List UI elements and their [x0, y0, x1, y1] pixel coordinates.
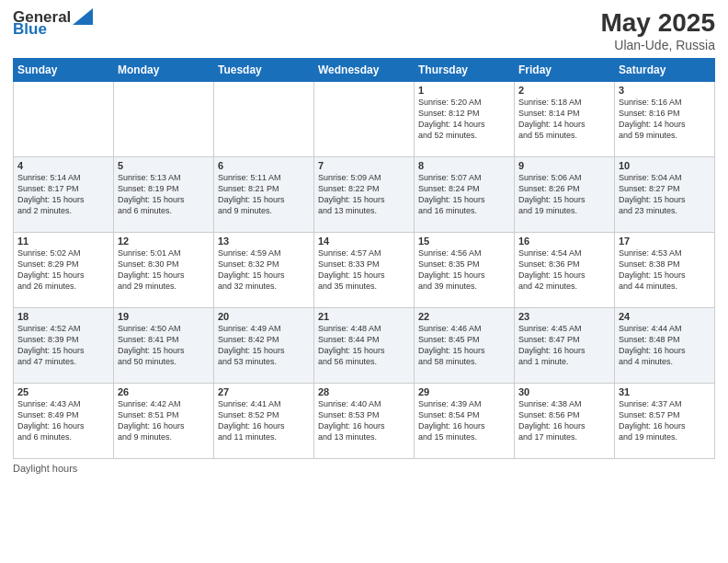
table-row	[14, 81, 114, 156]
table-row: 14Sunrise: 4:57 AM Sunset: 8:33 PM Dayli…	[314, 232, 415, 307]
title-block: May 2025 Ulan-Ude, Russia	[600, 9, 715, 52]
day-number: 6	[218, 160, 310, 171]
footer-label: Daylight hours	[13, 463, 77, 474]
table-row: 22Sunrise: 4:46 AM Sunset: 8:45 PM Dayli…	[415, 307, 515, 383]
table-row: 7Sunrise: 5:09 AM Sunset: 8:22 PM Daylig…	[314, 156, 415, 232]
day-number: 25	[17, 386, 109, 397]
day-number: 3	[619, 85, 711, 96]
table-row: 28Sunrise: 4:40 AM Sunset: 8:53 PM Dayli…	[314, 383, 415, 458]
table-row: 15Sunrise: 4:56 AM Sunset: 8:35 PM Dayli…	[415, 232, 515, 307]
day-info: Sunrise: 4:45 AM Sunset: 8:47 PM Dayligh…	[518, 323, 610, 368]
day-number: 2	[518, 85, 610, 96]
day-info: Sunrise: 5:16 AM Sunset: 8:16 PM Dayligh…	[619, 97, 711, 142]
table-row: 16Sunrise: 4:54 AM Sunset: 8:36 PM Dayli…	[515, 232, 615, 307]
day-number: 4	[17, 160, 109, 171]
table-row: 20Sunrise: 4:49 AM Sunset: 8:42 PM Dayli…	[214, 307, 314, 383]
day-info: Sunrise: 5:07 AM Sunset: 8:24 PM Dayligh…	[418, 172, 510, 217]
table-row	[114, 81, 214, 156]
table-row: 26Sunrise: 4:42 AM Sunset: 8:51 PM Dayli…	[114, 383, 214, 458]
calendar-table: Sunday Monday Tuesday Wednesday Thursday…	[13, 58, 715, 459]
day-number: 24	[619, 311, 711, 322]
day-number: 12	[118, 236, 210, 247]
table-row: 2Sunrise: 5:18 AM Sunset: 8:14 PM Daylig…	[515, 81, 615, 156]
day-info: Sunrise: 4:54 AM Sunset: 8:36 PM Dayligh…	[518, 247, 610, 293]
table-row: 24Sunrise: 4:44 AM Sunset: 8:48 PM Dayli…	[615, 307, 715, 383]
table-row: 13Sunrise: 4:59 AM Sunset: 8:32 PM Dayli…	[214, 232, 314, 307]
day-info: Sunrise: 4:44 AM Sunset: 8:48 PM Dayligh…	[619, 323, 711, 368]
day-number: 31	[619, 386, 711, 397]
day-info: Sunrise: 5:13 AM Sunset: 8:19 PM Dayligh…	[118, 172, 210, 217]
footer: Daylight hours	[13, 463, 715, 474]
day-number: 10	[619, 160, 711, 171]
calendar-header-row: Sunday Monday Tuesday Wednesday Thursday…	[14, 58, 715, 81]
day-info: Sunrise: 4:41 AM Sunset: 8:52 PM Dayligh…	[218, 398, 310, 443]
day-info: Sunrise: 5:14 AM Sunset: 8:17 PM Dayligh…	[17, 172, 109, 217]
day-info: Sunrise: 4:52 AM Sunset: 8:39 PM Dayligh…	[17, 323, 109, 368]
calendar-week-1: 1Sunrise: 5:20 AM Sunset: 8:12 PM Daylig…	[14, 81, 715, 156]
day-number: 15	[418, 236, 510, 247]
day-number: 26	[118, 386, 210, 397]
day-number: 17	[619, 236, 711, 247]
table-row: 1Sunrise: 5:20 AM Sunset: 8:12 PM Daylig…	[415, 81, 515, 156]
day-number: 8	[418, 160, 510, 171]
day-info: Sunrise: 4:50 AM Sunset: 8:41 PM Dayligh…	[118, 323, 210, 368]
calendar-week-5: 25Sunrise: 4:43 AM Sunset: 8:49 PM Dayli…	[14, 383, 715, 458]
day-number: 23	[518, 311, 610, 322]
calendar-week-3: 11Sunrise: 5:02 AM Sunset: 8:29 PM Dayli…	[14, 232, 715, 307]
table-row: 17Sunrise: 4:53 AM Sunset: 8:38 PM Dayli…	[615, 232, 715, 307]
table-row: 3Sunrise: 5:16 AM Sunset: 8:16 PM Daylig…	[615, 81, 715, 156]
day-number: 30	[518, 386, 610, 397]
day-number: 21	[318, 311, 410, 322]
day-info: Sunrise: 4:37 AM Sunset: 8:57 PM Dayligh…	[619, 398, 711, 443]
day-info: Sunrise: 5:06 AM Sunset: 8:26 PM Dayligh…	[518, 172, 610, 217]
table-row: 18Sunrise: 4:52 AM Sunset: 8:39 PM Dayli…	[14, 307, 114, 383]
table-row: 10Sunrise: 5:04 AM Sunset: 8:27 PM Dayli…	[615, 156, 715, 232]
page-header: General Blue May 2025 Ulan-Ude, Russia	[13, 9, 715, 52]
main-title: May 2025	[600, 9, 715, 38]
subtitle: Ulan-Ude, Russia	[600, 38, 715, 52]
day-number: 22	[418, 311, 510, 322]
col-friday: Friday	[515, 58, 615, 81]
table-row: 5Sunrise: 5:13 AM Sunset: 8:19 PM Daylig…	[114, 156, 214, 232]
day-number: 9	[518, 160, 610, 171]
table-row: 6Sunrise: 5:11 AM Sunset: 8:21 PM Daylig…	[214, 156, 314, 232]
day-number: 1	[418, 85, 510, 96]
table-row: 9Sunrise: 5:06 AM Sunset: 8:26 PM Daylig…	[515, 156, 615, 232]
day-number: 11	[17, 236, 109, 247]
calendar-week-2: 4Sunrise: 5:14 AM Sunset: 8:17 PM Daylig…	[14, 156, 715, 232]
day-info: Sunrise: 5:09 AM Sunset: 8:22 PM Dayligh…	[318, 172, 410, 217]
col-monday: Monday	[114, 58, 214, 81]
day-info: Sunrise: 5:02 AM Sunset: 8:29 PM Dayligh…	[17, 247, 109, 293]
table-row	[314, 81, 415, 156]
day-number: 28	[318, 386, 410, 397]
table-row: 21Sunrise: 4:48 AM Sunset: 8:44 PM Dayli…	[314, 307, 415, 383]
logo-blue: Blue	[13, 21, 93, 37]
day-info: Sunrise: 4:38 AM Sunset: 8:56 PM Dayligh…	[518, 398, 610, 443]
day-number: 13	[218, 236, 310, 247]
col-sunday: Sunday	[14, 58, 114, 81]
table-row: 29Sunrise: 4:39 AM Sunset: 8:54 PM Dayli…	[415, 383, 515, 458]
day-number: 7	[318, 160, 410, 171]
day-info: Sunrise: 5:18 AM Sunset: 8:14 PM Dayligh…	[518, 97, 610, 142]
day-info: Sunrise: 4:39 AM Sunset: 8:54 PM Dayligh…	[418, 398, 510, 443]
day-info: Sunrise: 4:43 AM Sunset: 8:49 PM Dayligh…	[17, 398, 109, 443]
day-info: Sunrise: 4:49 AM Sunset: 8:42 PM Dayligh…	[218, 323, 310, 368]
day-info: Sunrise: 5:01 AM Sunset: 8:30 PM Dayligh…	[118, 247, 210, 293]
col-wednesday: Wednesday	[314, 58, 415, 81]
day-number: 29	[418, 386, 510, 397]
day-number: 20	[218, 311, 310, 322]
day-info: Sunrise: 5:11 AM Sunset: 8:21 PM Dayligh…	[218, 172, 310, 217]
day-info: Sunrise: 5:04 AM Sunset: 8:27 PM Dayligh…	[619, 172, 711, 217]
day-number: 27	[218, 386, 310, 397]
table-row: 19Sunrise: 4:50 AM Sunset: 8:41 PM Dayli…	[114, 307, 214, 383]
calendar-week-4: 18Sunrise: 4:52 AM Sunset: 8:39 PM Dayli…	[14, 307, 715, 383]
table-row: 11Sunrise: 5:02 AM Sunset: 8:29 PM Dayli…	[14, 232, 114, 307]
day-number: 14	[318, 236, 410, 247]
day-info: Sunrise: 4:56 AM Sunset: 8:35 PM Dayligh…	[418, 247, 510, 293]
day-number: 19	[118, 311, 210, 322]
day-info: Sunrise: 4:57 AM Sunset: 8:33 PM Dayligh…	[318, 247, 410, 293]
col-thursday: Thursday	[415, 58, 515, 81]
table-row	[214, 81, 314, 156]
table-row: 27Sunrise: 4:41 AM Sunset: 8:52 PM Dayli…	[214, 383, 314, 458]
day-info: Sunrise: 4:48 AM Sunset: 8:44 PM Dayligh…	[318, 323, 410, 368]
